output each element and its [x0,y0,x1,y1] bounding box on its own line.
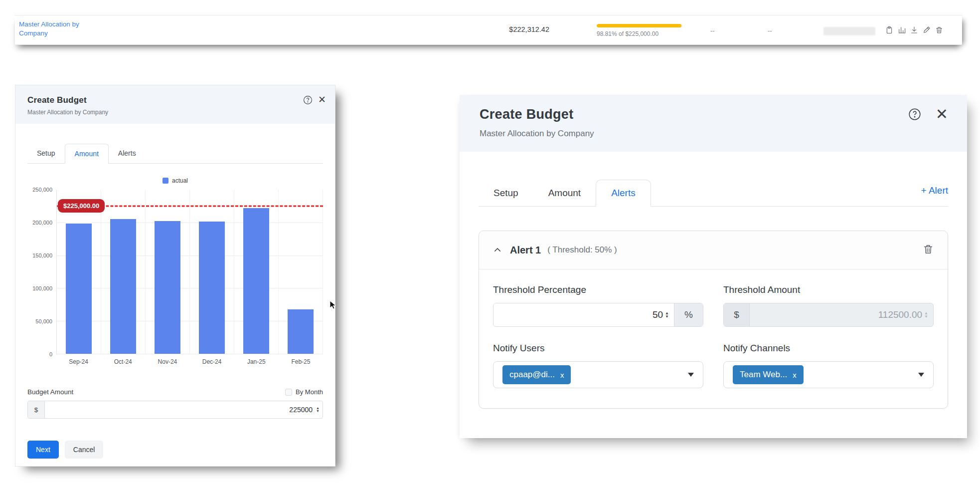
chart-gridline [57,354,323,354]
chart-bar [199,222,224,354]
chart-x-tick: Feb-25 [279,358,323,365]
notify-channels-field: Notify Channels Team Web... x [723,343,934,388]
channel-chip: Team Web... x [733,365,804,384]
chart-column [146,190,190,354]
edit-icon[interactable] [923,26,931,34]
cancel-button[interactable]: Cancel [65,441,104,459]
notify-users-label: Notify Users [493,343,703,354]
legend-label: actual [172,177,188,184]
channel-chip-label: Team Web... [740,370,787,380]
chart-y-tick: 100,000 [32,285,52,291]
tab-amount[interactable]: Amount [65,144,109,164]
modal-body: Setup Amount Alerts + Alert Alert 1 ( Th… [460,180,967,409]
user-chip: cpaap@di... x [502,365,571,384]
legend-swatch [163,178,168,184]
progress-fill [597,24,681,27]
threshold-percentage-input[interactable]: 50 [493,303,663,326]
bar-chart-icon[interactable] [898,26,906,34]
by-month-toggle[interactable]: By Month [285,388,323,396]
next-button[interactable]: Next [27,441,59,459]
budget-spent-amount: $222,312.42 [460,25,549,33]
threshold-amount-field: Threshold Amount $ 112500.00 ▲▼ [723,284,934,327]
chart-y-tick: 0 [49,351,52,357]
chart-column [101,190,146,354]
download-icon[interactable] [910,26,918,34]
add-alert-button[interactable]: + Alert [921,185,948,201]
chart-column [57,190,101,354]
notify-channels-label: Notify Channels [723,343,934,354]
by-month-label: By Month [296,388,323,396]
chart-bar [110,219,136,354]
modal-title: Create Budget [27,95,323,105]
chart-bar [288,309,313,354]
chart-column [279,190,323,354]
budget-name-link[interactable]: Master Allocation by Company [19,20,99,38]
tab-setup[interactable]: Setup [27,144,65,163]
budget-progress: 98.81% of $225,000.00 [597,24,682,37]
copy-icon[interactable] [885,26,893,34]
redacted-value [823,27,875,35]
column-value-empty-1: -- [710,27,715,34]
dropdown-caret-icon [918,373,924,377]
tab-alerts[interactable]: Alerts [109,144,146,163]
help-icon[interactable] [908,108,921,123]
threshold-amount-input: 112500.00 [750,303,922,326]
chart-bar [66,224,91,354]
budget-threshold-line: $225,000.00 [57,205,323,207]
close-icon[interactable]: ✕ [318,94,326,105]
tab-alerts[interactable]: Alerts [596,180,651,207]
chart-y-tick: 250,000 [32,187,52,193]
modal-subtitle: Master Allocation by Company [27,109,323,116]
progress-label: 98.81% of $225,000.00 [597,30,682,37]
chart-bar [243,208,269,354]
chart-x-tick: Oct-24 [101,358,145,365]
notify-channels-select[interactable]: Team Web... x [723,361,934,388]
tab-bar: Setup Amount Alerts [27,144,323,164]
user-chip-remove[interactable]: x [560,371,564,379]
tab-bar: Setup Amount Alerts + Alert [479,180,948,207]
delete-icon[interactable] [935,26,943,34]
modal-header: Create Budget Master Allocation by Compa… [460,95,967,152]
notify-users-select[interactable]: cpaap@di... x [493,361,703,388]
by-month-checkbox[interactable] [285,389,292,396]
progress-track [597,24,682,27]
budget-amount-label: Budget Amount [27,388,73,396]
threshold-percentage-label: Threshold Percentage [493,284,703,295]
chart-x-tick: Sep-24 [56,358,101,365]
threshold-amount-group: $ 112500.00 ▲▼ [723,303,934,327]
chart-legend: actual [27,177,323,185]
alert-card-header: Alert 1 ( Threshold: 50% ) [479,231,948,269]
budget-bar-chart: actual 250,000200,000150,000100,00050,00… [27,177,323,365]
chart-x-tick: Dec-24 [190,358,234,365]
collapse-chevron-icon[interactable] [493,245,502,254]
percent-addon: % [674,303,703,326]
chart-column [190,190,234,354]
budget-amount-input[interactable]: 225000 [45,401,315,418]
modal-body: Setup Amount Alerts actual 250,000200,00… [15,144,335,459]
threshold-percentage-stepper[interactable]: ▲▼ [663,303,674,326]
chart-y-axis: 250,000200,000150,000100,00050,0000 [27,190,56,354]
chart-column [234,190,279,354]
chart-bar [155,221,180,354]
modal-subtitle: Master Allocation by Company [480,129,947,139]
mouse-cursor [329,300,337,310]
chart-plot: $225,000.00 [56,190,323,354]
tab-setup[interactable]: Setup [479,180,533,206]
amount-stepper[interactable]: ▲▼ [315,401,323,418]
threshold-amount-stepper: ▲▼ [922,303,933,326]
chart-x-tick: Nov-24 [145,358,189,365]
alert-card: Alert 1 ( Threshold: 50% ) Threshold Per… [479,231,948,409]
create-budget-modal-amount: Create Budget Master Allocation by Compa… [15,85,335,467]
close-icon[interactable]: ✕ [936,105,948,123]
tab-amount[interactable]: Amount [533,180,596,206]
channel-chip-remove[interactable]: x [793,371,797,379]
column-value-empty-2: -- [768,27,772,34]
create-budget-modal-alerts: Create Budget Master Allocation by Compa… [460,95,967,438]
alert-threshold-note: ( Threshold: 50% ) [547,245,617,255]
alert-title: Alert 1 [510,245,541,256]
modal-title: Create Budget [480,107,947,122]
delete-alert-icon[interactable] [923,244,934,256]
help-icon[interactable] [303,95,313,107]
chart-y-tick: 50,000 [35,318,52,324]
dollar-addon: $ [724,303,750,326]
